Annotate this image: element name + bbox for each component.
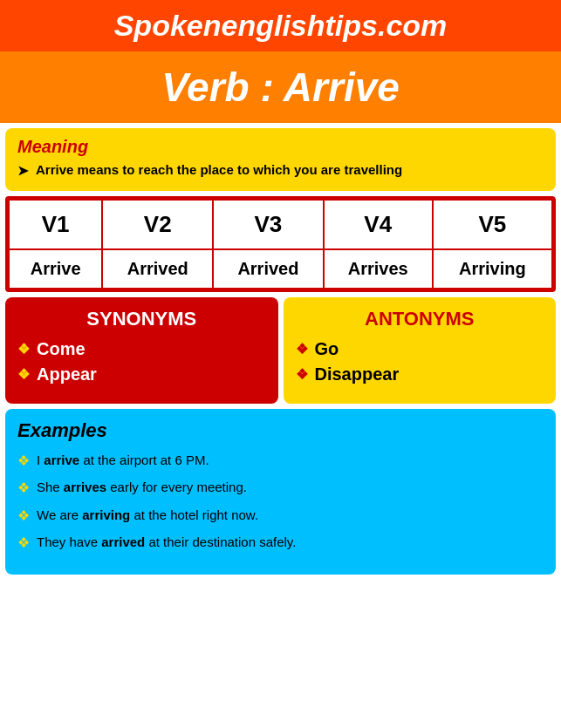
example-text-1: I arrive at the airport at 6 PM. [37,451,209,469]
v4-value: Arrives [324,249,433,289]
example-item-2: ❖ She arrives early for every meeting. [17,478,544,498]
syn-ant-row: SYNONYMS ❖ Come ❖ Appear ANTONYMS ❖ Go ❖… [5,297,556,404]
diamond-icon-8: ❖ [17,534,30,553]
synonym-item-2: ❖ Appear [17,364,266,384]
diamond-icon-4: ❖ [296,366,308,383]
diamond-icon-5: ❖ [17,452,30,471]
v1-header: V1 [9,200,102,249]
v5-header: V5 [433,200,552,249]
v3-value: Arrived [213,249,324,289]
synonyms-box: SYNONYMS ❖ Come ❖ Appear [5,297,278,404]
diamond-icon-6: ❖ [17,479,30,498]
antonym-label-1: Go [315,339,339,359]
meaning-text: ➤ Arrive means to reach the place to whi… [17,162,544,179]
antonyms-box: ANTONYMS ❖ Go ❖ Disappear [284,297,557,404]
site-header: Spokenenglishtips.com [0,0,561,51]
example-text-3: We are arriving at the hotel right now. [37,506,258,524]
diamond-icon-3: ❖ [296,341,308,357]
meaning-arrow: ➤ [17,163,29,179]
v2-header: V2 [102,200,213,249]
v2-value: Arrived [102,249,213,289]
antonyms-title: ANTONYMS [296,308,544,330]
meaning-section: Meaning ➤ Arrive means to reach the plac… [5,128,556,191]
verb-forms-table: V1 V2 V3 V4 V5 Arrive Arrived Arrived Ar… [5,196,556,292]
example-text-4: They have arrived at their destination s… [37,533,296,551]
v4-header: V4 [324,200,433,249]
v5-value: Arriving [433,249,552,289]
antonym-label-2: Disappear [315,364,400,384]
synonyms-title: SYNONYMS [17,308,266,330]
synonym-label-1: Come [37,339,86,359]
example-item-1: ❖ I arrive at the airport at 6 PM. [17,451,544,471]
example-item-3: ❖ We are arriving at the hotel right now… [17,506,544,526]
verb-title: Verb : Arrive [161,65,400,110]
v1-value: Arrive [9,249,102,289]
site-name: Spokenenglishtips.com [114,9,448,42]
examples-title: Examples [17,419,544,442]
diamond-icon-2: ❖ [17,366,30,383]
antonym-item-2: ❖ Disappear [296,364,544,384]
synonym-label-2: Appear [37,364,97,384]
example-text-2: She arrives early for every meeting. [37,478,247,496]
meaning-body: Arrive means to reach the place to which… [36,162,402,177]
v3-header: V3 [213,200,324,249]
examples-section: Examples ❖ I arrive at the airport at 6 … [5,409,556,575]
diamond-icon-7: ❖ [17,507,30,526]
meaning-title: Meaning [17,137,544,157]
antonym-item-1: ❖ Go [296,339,544,359]
synonym-item-1: ❖ Come [17,339,266,359]
verb-header: Verb : Arrive [0,51,561,123]
example-item-4: ❖ They have arrived at their destination… [17,533,544,553]
diamond-icon-1: ❖ [17,341,30,357]
